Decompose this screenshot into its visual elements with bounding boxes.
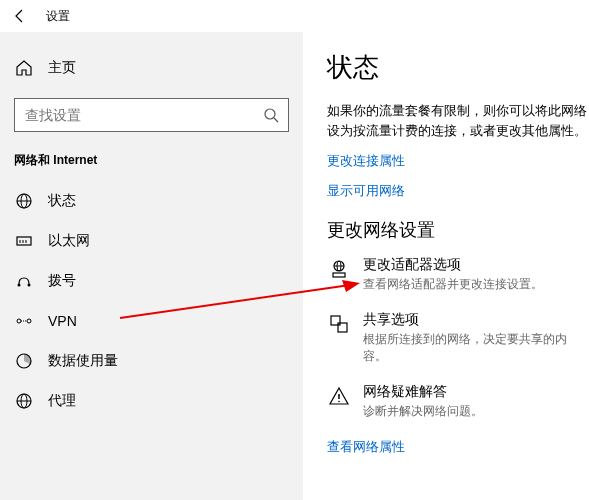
sidebar-item-label: 状态 <box>48 192 76 210</box>
window-title: 设置 <box>46 8 70 25</box>
option-adapter[interactable]: 更改适配器选项 查看网络适配器并更改连接设置。 <box>327 256 589 293</box>
proxy-icon <box>14 392 34 410</box>
svg-rect-23 <box>338 323 347 332</box>
troubleshoot-icon <box>327 383 351 420</box>
sidebar-item-data-usage[interactable]: 数据使用量 <box>0 341 303 381</box>
svg-point-11 <box>17 319 21 323</box>
sidebar-item-label: 代理 <box>48 392 76 410</box>
content-pane: 状态 如果你的流量套餐有限制，则你可以将此网络设为按流量计费的连接，或者更改其他… <box>303 32 589 500</box>
section-heading: 更改网络设置 <box>327 218 589 242</box>
vpn-icon <box>14 312 34 330</box>
option-title: 共享选项 <box>363 311 589 329</box>
sidebar-item-label: 拨号 <box>48 272 76 290</box>
sidebar-item-status[interactable]: 状态 <box>0 181 303 221</box>
svg-rect-5 <box>17 237 31 245</box>
home-icon <box>14 59 34 77</box>
network-properties-link[interactable]: 查看网络属性 <box>327 438 589 456</box>
search-box[interactable] <box>14 98 289 132</box>
sidebar-item-label: VPN <box>48 313 77 329</box>
option-title: 网络疑难解答 <box>363 383 483 401</box>
back-button[interactable] <box>10 6 30 26</box>
nav-list: 状态 以太网 拨号 VPN 数据使用量 代理 <box>0 181 303 421</box>
home-label: 主页 <box>48 59 76 77</box>
dialup-icon <box>14 272 34 290</box>
sidebar-item-dialup[interactable]: 拨号 <box>0 261 303 301</box>
search-input[interactable] <box>15 107 254 123</box>
ethernet-icon <box>14 232 34 250</box>
sidebar-item-vpn[interactable]: VPN <box>0 301 303 341</box>
sidebar-item-ethernet[interactable]: 以太网 <box>0 221 303 261</box>
page-title: 状态 <box>327 50 589 85</box>
titlebar: 设置 <box>0 0 589 32</box>
svg-point-25 <box>338 401 340 403</box>
globe-icon <box>14 192 34 210</box>
sidebar-item-label: 数据使用量 <box>48 352 118 370</box>
svg-point-9 <box>18 284 21 287</box>
main-layout: 主页 网络和 Internet 状态 以太网 拨号 <box>0 32 589 500</box>
show-networks-link[interactable]: 显示可用网络 <box>327 182 589 200</box>
svg-point-10 <box>28 284 31 287</box>
svg-rect-21 <box>333 273 345 277</box>
option-subtitle: 诊断并解决网络问题。 <box>363 403 483 420</box>
category-heading: 网络和 Internet <box>0 138 303 175</box>
sidebar-item-label: 以太网 <box>48 232 90 250</box>
sidebar: 主页 网络和 Internet 状态 以太网 拨号 <box>0 32 303 500</box>
sharing-icon <box>327 311 351 365</box>
change-connection-link[interactable]: 更改连接属性 <box>327 152 589 170</box>
svg-point-12 <box>27 319 31 323</box>
adapter-icon <box>327 256 351 293</box>
svg-rect-22 <box>331 316 340 325</box>
home-nav[interactable]: 主页 <box>0 48 303 88</box>
option-subtitle: 查看网络适配器并更改连接设置。 <box>363 276 543 293</box>
option-sharing[interactable]: 共享选项 根据所连接到的网络，决定要共享的内容。 <box>327 311 589 365</box>
sidebar-item-proxy[interactable]: 代理 <box>0 381 303 421</box>
search-icon[interactable] <box>254 107 288 123</box>
svg-point-0 <box>265 109 275 119</box>
option-troubleshoot[interactable]: 网络疑难解答 诊断并解决网络问题。 <box>327 383 589 420</box>
option-title: 更改适配器选项 <box>363 256 543 274</box>
data-usage-icon <box>14 352 34 370</box>
search-container <box>0 88 303 138</box>
status-description: 如果你的流量套餐有限制，则你可以将此网络设为按流量计费的连接，或者更改其他属性。 <box>327 101 589 140</box>
option-subtitle: 根据所连接到的网络，决定要共享的内容。 <box>363 331 589 365</box>
svg-line-1 <box>274 118 278 122</box>
